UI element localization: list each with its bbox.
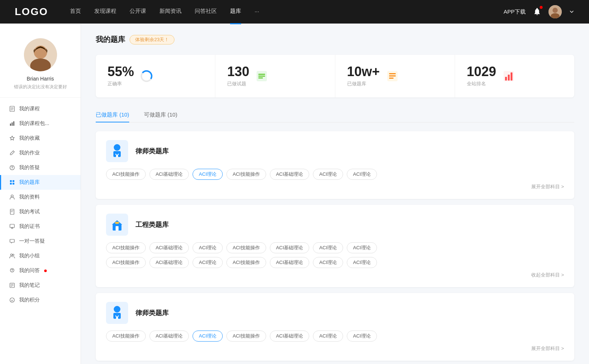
sidebar-item-favorites-label: 我的收藏 xyxy=(19,135,40,142)
sidebar-item-exam[interactable]: 我的考试 xyxy=(0,204,81,219)
tag-0-5[interactable]: ACI理论 xyxy=(313,169,343,180)
svg-rect-34 xyxy=(389,78,394,79)
star-icon xyxy=(9,135,15,142)
tag-1-8[interactable]: ACI基础理论 xyxy=(149,257,189,268)
tag-1-0[interactable]: ACI技能操作 xyxy=(106,242,146,253)
sidebar-item-question-bank[interactable]: 我的题库 xyxy=(0,175,81,190)
stat-done-banks: 10w+ 已做题库 xyxy=(335,55,455,97)
nav-discover[interactable]: 发现课程 xyxy=(94,8,116,16)
sidebar-item-points[interactable]: ¥ 我的积分 xyxy=(0,293,81,307)
svg-point-39 xyxy=(114,144,120,151)
bank-card-1-tags-row2: ACI技能操作 ACI基础理论 ACI理论 ACI技能操作 ACI基础理论 AC… xyxy=(106,257,564,268)
tag-0-0[interactable]: ACI技能操作 xyxy=(106,169,146,180)
stat-done-questions-label: 已做试题 xyxy=(227,81,249,87)
tag-2-0[interactable]: ACI技能操作 xyxy=(106,331,146,342)
sidebar-item-notes-label: 我的笔记 xyxy=(19,282,40,289)
tabs-row: 已做题库 (10) 可做题库 (10) xyxy=(96,108,574,122)
tag-1-11[interactable]: ACI基础理论 xyxy=(270,257,310,268)
qa-dot xyxy=(44,270,47,272)
sidebar-item-question-bank-label: 我的题库 xyxy=(19,179,40,186)
tag-1-10[interactable]: ACI技能操作 xyxy=(226,257,266,268)
tag-1-5[interactable]: ACI理论 xyxy=(313,242,343,253)
stat-done-questions: 130 已做试题 xyxy=(215,55,335,97)
bank-card-1-expand[interactable]: 收起全部科目 > xyxy=(106,272,564,278)
bank-card-0-name: 律师类题库 xyxy=(135,147,169,156)
svg-rect-36 xyxy=(505,77,507,81)
tag-0-1[interactable]: ACI基础理论 xyxy=(149,169,189,180)
svg-point-11 xyxy=(12,168,12,169)
tag-0-4[interactable]: ACI基础理论 xyxy=(270,169,310,180)
sidebar-item-points-label: 我的积分 xyxy=(19,297,40,303)
user-group-icon xyxy=(9,194,15,200)
tag-1-7[interactable]: ACI技能操作 xyxy=(106,257,146,268)
tag-1-1[interactable]: ACI基础理论 xyxy=(149,242,189,253)
sidebar-item-notes[interactable]: 我的笔记 xyxy=(0,278,81,293)
tab-available[interactable]: 可做题库 (10) xyxy=(144,108,177,122)
tag-1-2[interactable]: ACI理论 xyxy=(193,242,223,253)
user-avatar[interactable] xyxy=(549,5,562,18)
tag-2-1[interactable]: ACI基础理论 xyxy=(149,331,189,342)
sidebar-item-certificate-label: 我的证书 xyxy=(19,223,40,230)
notification-bell[interactable] xyxy=(533,7,541,17)
sidebar-item-qa[interactable]: 我的问答 xyxy=(0,263,81,278)
tag-2-4[interactable]: ACI基础理论 xyxy=(270,331,310,342)
stats-row: 55% 正确率 130 已做试题 xyxy=(96,55,574,97)
nav-news[interactable]: 新闻资讯 xyxy=(159,8,181,16)
nav-question-bank[interactable]: 题库 xyxy=(230,8,241,16)
document-icon xyxy=(9,106,15,112)
tag-2-5[interactable]: ACI理论 xyxy=(313,331,343,342)
sidebar-item-favorites[interactable]: 我的收藏 xyxy=(0,131,81,146)
stat-rank: 1029 全站排名 xyxy=(455,55,574,97)
tab-done[interactable]: 已做题库 (10) xyxy=(96,108,129,122)
profile-motto: 错误的决定比没有决定要好 xyxy=(14,84,67,90)
tag-0-2[interactable]: ACI理论 xyxy=(193,169,223,180)
tag-2-3[interactable]: ACI技能操作 xyxy=(226,331,266,342)
sidebar-item-profile[interactable]: 我的资料 xyxy=(0,190,81,204)
tag-1-9[interactable]: ACI理论 xyxy=(193,257,223,268)
app-download-button[interactable]: APP下载 xyxy=(504,8,526,15)
sidebar-item-group[interactable]: 我的小组 xyxy=(0,249,81,263)
tag-0-3[interactable]: ACI技能操作 xyxy=(226,169,266,180)
sidebar-item-course-packages[interactable]: 我的课程包... xyxy=(0,116,81,131)
tag-1-12[interactable]: ACI理论 xyxy=(313,257,343,268)
chat-icon xyxy=(9,238,15,245)
svg-point-20 xyxy=(11,254,13,256)
sidebar-item-group-label: 我的小组 xyxy=(19,253,40,259)
sidebar-item-courses[interactable]: 我的课程 xyxy=(0,101,81,116)
pie-chart-icon xyxy=(140,69,153,83)
tag-1-3[interactable]: ACI技能操作 xyxy=(226,242,266,253)
tag-1-4[interactable]: ACI基础理论 xyxy=(270,242,310,253)
tag-1-13[interactable]: ACI理论 xyxy=(347,257,377,268)
nav-qa[interactable]: 问答社区 xyxy=(195,8,217,16)
sidebar-item-homework[interactable]: 我的作业 xyxy=(0,146,81,160)
svg-rect-44 xyxy=(116,226,119,231)
sidebar-item-certificate[interactable]: 我的证书 xyxy=(0,219,81,234)
svg-point-29 xyxy=(144,73,149,79)
svg-rect-13 xyxy=(13,180,14,182)
tag-0-6[interactable]: ACI理论 xyxy=(347,169,377,180)
nav-open-course[interactable]: 公开课 xyxy=(130,8,146,16)
sidebar-item-questions[interactable]: 我的答疑 xyxy=(0,160,81,175)
stat-done-banks-value: 10w+ xyxy=(347,65,380,78)
bank-card-0-expand[interactable]: 展开全部科目 > xyxy=(106,183,564,190)
edit-icon xyxy=(9,150,15,156)
profile-name: Brian Harris xyxy=(27,76,54,82)
svg-rect-9 xyxy=(13,121,14,126)
bank-card-2-expand[interactable]: 展开全部科目 > xyxy=(106,345,564,352)
nav-home[interactable]: 首页 xyxy=(70,8,81,16)
svg-rect-8 xyxy=(12,122,13,126)
sidebar-item-one-on-one-label: 一对一答疑 xyxy=(19,238,45,245)
user-dropdown-icon[interactable] xyxy=(569,9,574,14)
tag-2-2[interactable]: ACI理论 xyxy=(193,331,223,342)
tag-2-6[interactable]: ACI理论 xyxy=(347,331,377,342)
stat-rank-label: 全站排名 xyxy=(467,81,496,87)
lawyer-icon-2 xyxy=(106,302,128,324)
profile-avatar xyxy=(24,38,57,71)
bank-card-1-tags-row1: ACI技能操作 ACI基础理论 ACI理论 ACI技能操作 ACI基础理论 AC… xyxy=(106,242,564,253)
tag-1-6[interactable]: ACI理论 xyxy=(347,242,377,253)
stat-done-questions-value: 130 xyxy=(227,65,249,78)
sidebar-item-one-on-one[interactable]: 一对一答疑 xyxy=(0,234,81,249)
nav-more[interactable]: ··· xyxy=(254,8,259,16)
svg-rect-12 xyxy=(10,180,12,182)
svg-rect-32 xyxy=(389,73,396,74)
